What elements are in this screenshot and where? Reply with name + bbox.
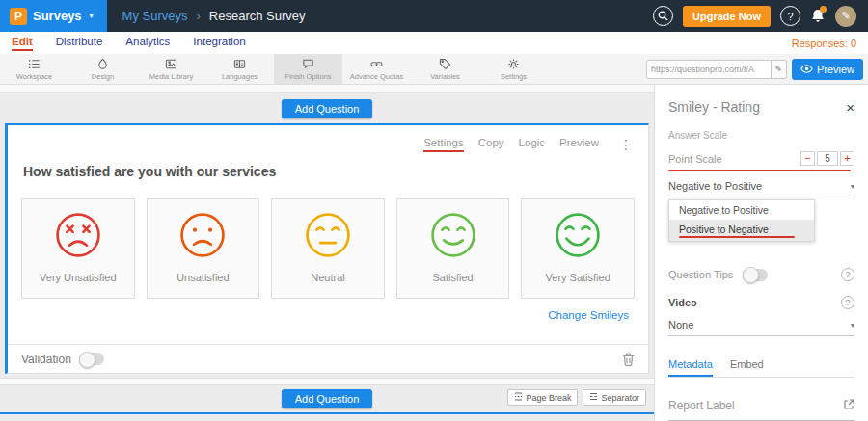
tab-distribute[interactable]: Distribute <box>56 36 103 51</box>
point-scale-value: 5 <box>817 151 838 166</box>
satisfied-smiley-icon <box>429 211 477 263</box>
tab-embed[interactable]: Embed <box>730 358 764 377</box>
question-tips-label: Question Tips <box>668 269 733 280</box>
point-scale-stepper: − 5 + <box>800 151 854 166</box>
toolbar-item-workspace[interactable]: Workspace <box>0 54 68 84</box>
avatar[interactable]: ✎ <box>835 6 856 27</box>
unsatisfied-smiley-icon <box>178 211 227 263</box>
more-options-icon[interactable]: ⋮ <box>619 137 633 152</box>
nav-bar: Edit Distribute Analytics Integration Re… <box>0 32 868 54</box>
topbar-actions: Upgrade Now ? ✎ <box>653 6 868 27</box>
page-break-button[interactable]: Page Break <box>507 389 578 406</box>
workspace-icon <box>28 58 41 70</box>
breadcrumb: My Surveys › Research Survey <box>122 9 306 23</box>
validation-toggle[interactable] <box>79 353 104 365</box>
scale-direction-select[interactable]: Negative to Positive ▾ <box>668 180 854 197</box>
toolbar-item-design[interactable]: Design <box>68 54 137 84</box>
toolbar-item-variables[interactable]: Variables <box>411 54 479 84</box>
svg-text:A: A <box>240 61 244 66</box>
smiley-option-satisfied[interactable]: Satisfied <box>396 198 510 299</box>
notifications-bell-icon[interactable] <box>810 8 826 24</box>
brand-label: Surveys <box>33 9 82 23</box>
video-row: Video ? <box>668 296 854 309</box>
preview-button[interactable]: Preview <box>792 59 863 80</box>
smiley-option-very-unsatisfied[interactable]: Very Unsatisfied <box>21 198 135 299</box>
question-logic-link[interactable]: Logic <box>519 137 546 152</box>
toolbar-item-finish-options[interactable]: Finish Options <box>274 54 342 84</box>
question-copy-link[interactable]: Copy <box>478 137 504 152</box>
question-tips-row: Question Tips ? <box>668 268 854 281</box>
smiley-options-row: Very Unsatisfied Unsatisfied Neutral Sat… <box>21 198 635 299</box>
tab-metadata[interactable]: Metadata <box>668 358 713 377</box>
question-preview-link[interactable]: Preview <box>559 137 599 152</box>
point-scale-row: Point Scale − 5 + <box>668 151 854 166</box>
very-satisfied-smiley-icon <box>554 211 602 263</box>
increase-scale-button[interactable]: + <box>840 151 854 166</box>
question-settings-link[interactable]: Settings <box>423 137 464 152</box>
survey-editor-canvas: Add Question Settings Copy Logic Preview… <box>0 85 654 421</box>
questionpro-logo-icon: P <box>10 8 27 25</box>
report-label-field[interactable]: Report Label <box>668 397 854 421</box>
edit-url-pencil-icon[interactable]: ✎ <box>771 61 786 78</box>
caret-down-icon: ▾ <box>851 321 854 329</box>
design-icon <box>96 58 109 70</box>
responses-count[interactable]: Responses: 0 <box>792 38 856 49</box>
search-icon[interactable] <box>653 6 673 26</box>
caret-down-icon: ▾ <box>90 12 94 20</box>
video-help-icon[interactable]: ? <box>841 296 854 309</box>
breadcrumb-my-surveys[interactable]: My Surveys <box>122 9 188 23</box>
gear-icon <box>507 58 520 70</box>
toolbar-item-advance-quotas[interactable]: Advance Quotas <box>342 54 411 84</box>
upgrade-now-button[interactable]: Upgrade Now <box>683 6 771 27</box>
question-tips-toggle[interactable] <box>743 269 768 281</box>
breadcrumb-current: Research Survey <box>209 9 306 23</box>
toolbar-item-settings[interactable]: Settings <box>479 54 548 84</box>
variables-icon <box>439 58 451 70</box>
advance-quotas-icon <box>370 58 383 70</box>
smiley-option-very-satisfied[interactable]: Very Satisfied <box>521 198 635 299</box>
toolbar-item-media-library[interactable]: Media Library <box>137 54 205 84</box>
nav-tabs: Edit Distribute Analytics Integration <box>12 36 246 51</box>
decrease-scale-button[interactable]: − <box>800 151 815 166</box>
next-block-indicator <box>0 412 654 414</box>
annotation-underline <box>679 236 795 238</box>
tab-edit[interactable]: Edit <box>12 36 33 51</box>
video-label: Video <box>668 297 697 308</box>
content-top-strip <box>0 85 654 93</box>
panel-tabs: Metadata Embed <box>668 358 854 378</box>
annotation-underline <box>668 170 851 171</box>
media-library-icon <box>165 58 177 70</box>
change-smileys-link[interactable]: Change Smileys <box>8 309 629 321</box>
toolbar-right: https://questionpro.com/t/A ✎ Preview <box>646 54 868 84</box>
video-select[interactable]: None ▾ <box>668 319 854 336</box>
breadcrumb-separator: › <box>197 9 201 23</box>
toolbar-item-languages[interactable]: A Languages <box>205 54 274 84</box>
close-icon[interactable]: × <box>846 100 854 115</box>
question-tips-help-icon[interactable]: ? <box>841 268 854 281</box>
surveys-menu[interactable]: P Surveys ▾ <box>0 0 107 32</box>
help-icon[interactable]: ? <box>780 6 800 26</box>
caret-down-icon: ▾ <box>851 182 854 191</box>
add-question-button-bottom[interactable]: Add Question <box>282 389 373 408</box>
option-positive-to-negative[interactable]: Positive to Negative <box>669 220 814 241</box>
page-divider-strip <box>0 378 654 385</box>
question-card-menu: Settings Copy Logic Preview ⋮ <box>423 137 633 152</box>
tab-integration[interactable]: Integration <box>193 36 245 51</box>
notification-badge <box>820 6 827 13</box>
smiley-option-neutral[interactable]: Neutral <box>271 198 385 299</box>
delete-question-trash-icon[interactable] <box>622 353 635 366</box>
validation-row: Validation <box>8 344 648 373</box>
question-title[interactable]: How satisfied are you with our services <box>23 164 648 179</box>
add-question-button-top[interactable]: Add Question <box>282 99 373 118</box>
smiley-option-unsatisfied[interactable]: Unsatisfied <box>147 198 260 299</box>
point-scale-label: Point Scale <box>668 153 722 165</box>
survey-url-field[interactable]: https://questionpro.com/t/A ✎ <box>646 60 787 79</box>
separator-button[interactable]: Separator <box>583 389 646 406</box>
option-negative-to-positive[interactable]: Negative to Positive <box>669 200 814 220</box>
tab-analytics[interactable]: Analytics <box>125 36 170 51</box>
eye-icon <box>800 64 813 75</box>
expand-icon[interactable] <box>843 397 854 414</box>
insert-controls: Page Break Separator <box>507 389 646 406</box>
question-card: Settings Copy Logic Preview ⋮ How satisf… <box>5 123 649 374</box>
top-bar: P Surveys ▾ My Surveys › Research Survey… <box>0 0 868 32</box>
